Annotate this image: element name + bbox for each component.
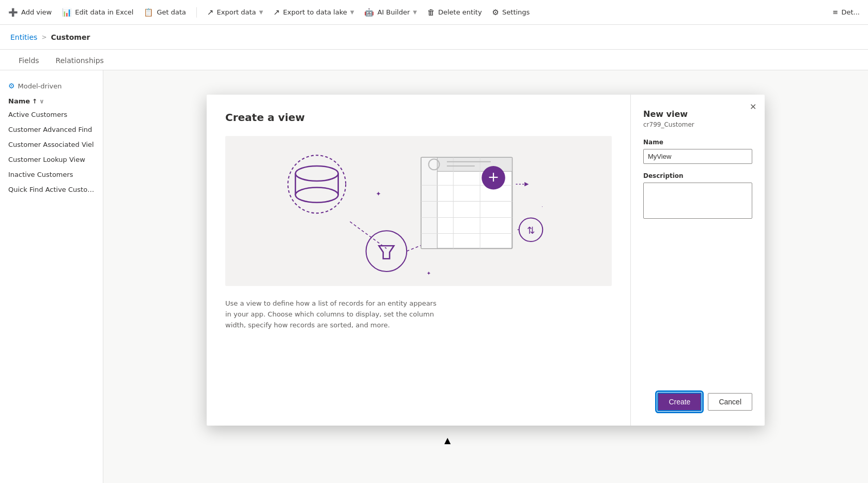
lake-icon: ↗ bbox=[273, 8, 280, 17]
svg-text:+: + bbox=[488, 169, 500, 185]
dropdown-arrow-ai[interactable]: ▼ bbox=[413, 9, 417, 15]
illustration-box: + ⇅ bbox=[225, 136, 612, 286]
divider-1 bbox=[196, 7, 197, 18]
content-area: Create a view bbox=[103, 70, 868, 483]
delete-icon: 🗑 bbox=[427, 8, 435, 17]
modal-right-panel: ✕ New view cr799_Customer Name Descripti… bbox=[630, 95, 765, 426]
sidebar-item-customer-advanced-find[interactable]: Customer Advanced Find bbox=[0, 122, 103, 137]
sidebar-item-inactive-customers[interactable]: Inactive Customers bbox=[0, 167, 103, 182]
toolbar-ai-builder[interactable]: 🤖 AI Builder ▼ bbox=[364, 8, 417, 17]
tabs-bar: Fields Relationships bbox=[0, 50, 868, 70]
tab-fields[interactable]: Fields bbox=[10, 52, 48, 70]
export-icon: ↗ bbox=[207, 8, 214, 17]
excel-icon: 📊 bbox=[62, 8, 72, 17]
hamburger-icon[interactable]: ≡ bbox=[833, 8, 839, 16]
create-view-modal: Create a view bbox=[207, 95, 765, 426]
create-button[interactable]: Create bbox=[657, 393, 702, 411]
modal-close-button[interactable]: ✕ bbox=[750, 103, 756, 111]
modal-description: Use a view to define how a list of recor… bbox=[225, 298, 442, 330]
toolbar-export-data[interactable]: ↗ Export data ▼ bbox=[207, 8, 263, 17]
add-icon: ➕ bbox=[8, 8, 18, 17]
svg-point-0 bbox=[296, 166, 338, 181]
modal-buttons: Create Cancel bbox=[643, 393, 752, 411]
ai-icon: 🤖 bbox=[364, 8, 374, 17]
toolbar-export-lake[interactable]: ↗ Export to data lake ▼ bbox=[273, 8, 354, 17]
name-input[interactable] bbox=[643, 149, 752, 164]
toolbar-right: ≡ Det... bbox=[833, 8, 860, 16]
main-layout: ⚙ Model-driven Name ↑ ∨ Active Customers… bbox=[0, 70, 868, 483]
svg-text:⇅: ⇅ bbox=[527, 225, 535, 236]
toolbar-add-view[interactable]: ➕ Add view bbox=[8, 8, 52, 17]
toolbar-get-data[interactable]: 📋 Get data bbox=[144, 8, 186, 17]
svg-rect-11 bbox=[421, 157, 437, 248]
toolbar-delete-entity[interactable]: 🗑 Delete entity bbox=[427, 8, 482, 17]
description-input[interactable] bbox=[643, 183, 752, 219]
svg-text:✦: ✦ bbox=[376, 190, 381, 198]
modal-title: Create a view bbox=[225, 111, 612, 124]
toolbar: ➕ Add view 📊 Edit data in Excel 📋 Get da… bbox=[0, 0, 868, 25]
new-view-title: New view bbox=[643, 109, 752, 119]
svg-text:✦: ✦ bbox=[427, 270, 431, 276]
modal-left-panel: Create a view bbox=[207, 95, 630, 426]
dropdown-arrow-export[interactable]: ▼ bbox=[259, 9, 264, 15]
breadcrumb-parent[interactable]: Entities bbox=[10, 33, 37, 41]
toolbar-settings[interactable]: ⚙ Settings bbox=[492, 8, 530, 17]
toolbar-edit-excel[interactable]: 📊 Edit data in Excel bbox=[62, 8, 133, 17]
svg-text:·: · bbox=[541, 204, 543, 209]
name-field-label: Name bbox=[643, 139, 752, 146]
svg-point-6 bbox=[366, 231, 407, 271]
description-field-label: Description bbox=[643, 172, 752, 179]
sidebar-item-active-customers[interactable]: Active Customers bbox=[0, 107, 103, 122]
sidebar-name-header: Name ↑ ∨ bbox=[0, 93, 103, 107]
cancel-button[interactable]: Cancel bbox=[708, 393, 752, 411]
svg-line-5 bbox=[350, 222, 386, 249]
sidebar-model-driven[interactable]: ⚙ Model-driven bbox=[0, 79, 103, 93]
svg-marker-7 bbox=[379, 246, 394, 259]
settings-icon: ⚙ bbox=[492, 8, 499, 17]
svg-point-4 bbox=[288, 155, 346, 213]
svg-marker-24 bbox=[524, 182, 529, 186]
dropdown-arrow-lake[interactable]: ▼ bbox=[350, 9, 354, 15]
sidebar-item-customer-associated-view[interactable]: Customer Associated Viel bbox=[0, 137, 103, 152]
svg-point-1 bbox=[296, 187, 338, 202]
data-icon: 📋 bbox=[144, 8, 153, 17]
sidebar: ⚙ Model-driven Name ↑ ∨ Active Customers… bbox=[0, 70, 103, 483]
sidebar-item-customer-lookup-view[interactable]: Customer Lookup View bbox=[0, 152, 103, 167]
illustration-svg: + ⇅ bbox=[225, 136, 612, 286]
new-view-subtitle: cr799_Customer bbox=[643, 121, 752, 128]
sort-icon[interactable]: ↑ bbox=[32, 98, 37, 105]
model-driven-icon: ⚙ bbox=[8, 82, 15, 90]
breadcrumb-current: Customer bbox=[51, 33, 90, 41]
breadcrumb-separator: > bbox=[41, 34, 47, 41]
sidebar-item-quick-find-active[interactable]: Quick Find Active Custom... bbox=[0, 182, 103, 197]
tab-relationships[interactable]: Relationships bbox=[48, 52, 112, 70]
filter-toggle[interactable]: ∨ bbox=[39, 98, 44, 105]
breadcrumb: Entities > Customer bbox=[0, 25, 868, 50]
